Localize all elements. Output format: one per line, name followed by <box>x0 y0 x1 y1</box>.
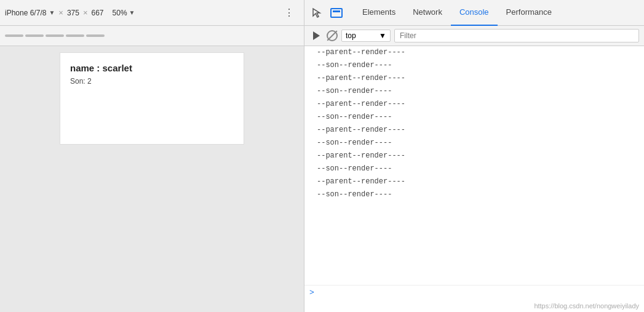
console-input[interactable] <box>317 288 639 297</box>
play-icon <box>313 31 320 40</box>
inspect-tool-button[interactable] <box>308 4 325 22</box>
console-prompt: > <box>309 288 314 297</box>
console-log-entry: --parent--render---- <box>304 46 644 59</box>
slider-bar-2 <box>25 34 44 37</box>
console-panel: --parent--render------son--render------p… <box>304 46 644 312</box>
clear-console-button[interactable] <box>327 30 338 41</box>
console-input-row: > <box>304 285 644 300</box>
more-options-button[interactable]: ⋮ <box>279 7 299 18</box>
context-dropdown-arrow: ▼ <box>379 31 386 40</box>
tab-performance[interactable]: Performance <box>498 0 560 26</box>
console-log-entry: --son--render---- <box>304 85 644 98</box>
separator-1: × <box>58 8 63 17</box>
zoom-label: 50% <box>113 9 127 17</box>
watermark: https://blog.csdn.net/nongweiyilady <box>304 300 644 312</box>
viewport-width: 375 <box>67 9 79 17</box>
app-son-display: Son: 2 <box>70 77 234 86</box>
tab-network[interactable]: Network <box>404 0 451 26</box>
console-log-entry: --parent--render---- <box>304 124 644 137</box>
device-toolbar-button[interactable] <box>328 4 345 22</box>
filter-input[interactable] <box>394 29 639 42</box>
device-section: iPhone 6/7/8 ▼ × 375 × 667 50% ▼ ⋮ <box>0 0 304 25</box>
console-second-toolbar: top ▼ <box>304 26 644 46</box>
console-log-area[interactable]: --parent--render------son--render------p… <box>304 46 644 285</box>
tab-console[interactable]: Console <box>451 0 498 26</box>
sliders <box>5 34 105 37</box>
tab-elements[interactable]: Elements <box>354 0 404 26</box>
console-log-entry: --son--render---- <box>304 59 644 72</box>
console-log-entry: --son--render---- <box>304 188 644 201</box>
top-toolbar: iPhone 6/7/8 ▼ × 375 × 667 50% ▼ ⋮ Eleme… <box>0 0 644 26</box>
console-log-entry: --parent--render---- <box>304 98 644 111</box>
context-label: top <box>346 31 356 40</box>
zoom-dropdown-arrow: ▼ <box>129 9 135 16</box>
cursor-icon <box>311 7 322 18</box>
console-log-entry: --parent--render---- <box>304 175 644 188</box>
slider-bar-1 <box>5 34 23 37</box>
svg-marker-0 <box>313 9 320 17</box>
console-log-entry: --son--render---- <box>304 111 644 124</box>
console-log-entry: --parent--render---- <box>304 150 644 162</box>
second-toolbar: top ▼ <box>0 26 644 46</box>
main-content: name : scarlet Son: 2 --parent--render--… <box>0 46 644 312</box>
console-log-entry: --son--render---- <box>304 137 644 150</box>
app-frame: name : scarlet Son: 2 <box>60 52 244 145</box>
device-frame-icon <box>330 8 343 18</box>
separator-2: × <box>83 8 88 17</box>
zoom-selector[interactable]: 50% ▼ <box>113 9 135 17</box>
viewport-height: 667 <box>92 9 104 17</box>
devtools-nav: Elements Network Console Performance <box>354 0 560 26</box>
device-selector[interactable]: iPhone 6/7/8 ▼ <box>5 9 55 17</box>
devtools-toolbar: Elements Network Console Performance <box>304 0 644 25</box>
device-name-label: iPhone 6/7/8 <box>5 9 46 17</box>
console-log-entry: --son--render---- <box>304 162 644 175</box>
app-name-display: name : scarlet <box>70 63 234 73</box>
context-selector[interactable]: top ▼ <box>341 30 391 42</box>
slider-bar-4 <box>66 34 84 37</box>
slider-bar-3 <box>46 34 64 37</box>
phone-preview: name : scarlet Son: 2 <box>0 46 304 312</box>
console-play-button[interactable] <box>309 29 323 42</box>
slider-area <box>0 26 304 46</box>
slider-bar-5 <box>86 34 105 37</box>
device-dropdown-arrow: ▼ <box>49 9 55 16</box>
console-log-entry: --parent--render---- <box>304 72 644 85</box>
